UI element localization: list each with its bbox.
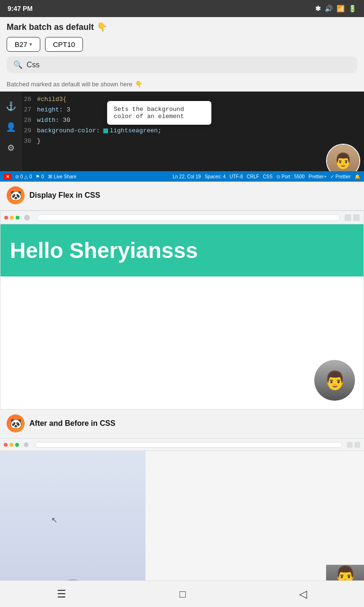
browser-back-btn bbox=[24, 215, 30, 221]
statusbar-right: Ln 22, Col 19 Spaces: 4 UTF-8 CRLF CSS ⊙… bbox=[173, 174, 360, 179]
line-ending: CRLF bbox=[247, 174, 259, 179]
cursor-icon: ↖ bbox=[51, 515, 57, 524]
browser-url-bar bbox=[36, 214, 340, 221]
video-title-2: After and Before in CSS bbox=[29, 419, 115, 428]
video-title-1: Display Flex in CSS bbox=[29, 191, 100, 200]
cursor-pos: Ln 22, Col 19 bbox=[173, 174, 201, 179]
code-line-29: 29 background-color: lightseagreen; bbox=[22, 126, 364, 136]
home-icon: □ bbox=[180, 588, 186, 600]
pointing-emoji: 👇 bbox=[97, 22, 107, 32]
video-thumbnail-2[interactable]: Hello Sheryiansss 👨 bbox=[0, 211, 364, 410]
code-line-30: 30 } bbox=[22, 136, 364, 147]
subtitle-emoji: 👇 bbox=[135, 81, 143, 88]
page-title: Mark batch as default 👇 bbox=[7, 22, 357, 32]
editor-sidebar: ⚓ 👤 ⚙ bbox=[0, 92, 22, 182]
browser-btn-3a bbox=[347, 442, 353, 448]
search-icon: 🔍 bbox=[13, 60, 23, 69]
header: Mark batch as default 👇 B27 ▾ CPT10 🔍 bbox=[0, 17, 364, 79]
browser-teal-header: Hello Sheryiansss bbox=[0, 224, 364, 276]
anchor-icon: ⚓ bbox=[6, 101, 16, 111]
browser-hero-text: Hello Sheryiansss bbox=[10, 238, 354, 263]
minimize-dot-3 bbox=[9, 443, 13, 447]
minimize-dot bbox=[10, 216, 14, 220]
browser-action-btns-3 bbox=[347, 442, 360, 448]
prettier-plus: Prettier+ bbox=[309, 174, 327, 179]
nav-back-button[interactable]: ◁ bbox=[288, 584, 318, 604]
nav-menu-button[interactable]: ☰ bbox=[46, 584, 78, 604]
avatar-overlay-2: 👨 bbox=[313, 359, 356, 402]
browser-toolbar-2 bbox=[0, 211, 364, 224]
statusbar-left: ✕ ⊘ 0 △ 0 ⚑ 0 ⌘ Live Share bbox=[4, 174, 76, 180]
gear-icon: ⚙ bbox=[7, 143, 15, 153]
video-card-2: Hello Sheryiansss 👨 🐼 After and Before i… bbox=[0, 211, 364, 438]
presenter-avatar-2: 👨 bbox=[314, 360, 355, 401]
port: ⊙ Port : 5500 bbox=[276, 174, 305, 179]
error-count: ⊘ 0 △ 0 bbox=[15, 174, 32, 179]
tooltip-text: Sets the background color of an element bbox=[114, 106, 184, 120]
language-mode: CSS bbox=[263, 174, 273, 179]
bluetooth-icon: ✱ bbox=[315, 5, 321, 12]
prettier: ✓ Prettier bbox=[330, 174, 351, 179]
editor-statusbar: ✕ ⊘ 0 △ 0 ⚑ 0 ⌘ Live Share Ln 22, Col 19… bbox=[0, 171, 364, 182]
browser-back-btn-3 bbox=[24, 442, 28, 447]
video-card-1: ⚓ 👤 ⚙ 26 #child3{ 27 height: 3 28 width:… bbox=[0, 92, 364, 210]
subtitle-text: Batched marked as default will be shown … bbox=[7, 81, 132, 88]
browser-controls bbox=[4, 216, 19, 220]
volume-icon: 🔊 bbox=[325, 5, 333, 12]
spaces: Spaces: 4 bbox=[205, 174, 226, 179]
search-bar: 🔍 bbox=[7, 56, 357, 73]
battery-icon: 🔋 bbox=[348, 5, 356, 12]
video-thumbnail-1[interactable]: ⚓ 👤 ⚙ 26 #child3{ 27 height: 3 28 width:… bbox=[0, 92, 364, 182]
browser-preview-2: Hello Sheryiansss 👨 bbox=[0, 211, 364, 410]
x-badge: ✕ bbox=[4, 174, 11, 180]
person-icon: 👤 bbox=[6, 122, 16, 132]
bottom-nav: ☰ □ ◁ bbox=[0, 580, 364, 607]
warning-count: ⚑ 0 bbox=[36, 174, 44, 179]
page-title-text: Mark batch as default bbox=[7, 22, 94, 32]
batch-tab-b27[interactable]: B27 ▾ bbox=[7, 37, 40, 52]
channel-emoji-1: 🐼 bbox=[10, 190, 22, 201]
browser-btn-1 bbox=[345, 214, 351, 221]
status-icons: ✱ 🔊 📶 🔋 bbox=[315, 5, 356, 12]
browser-action-btns bbox=[345, 214, 360, 221]
batch-tab-b27-label: B27 bbox=[15, 40, 27, 48]
browser-controls-3 bbox=[4, 443, 19, 447]
nav-home-button[interactable]: □ bbox=[168, 584, 197, 604]
video-label-row-1: 🐼 Display Flex in CSS bbox=[0, 182, 364, 210]
tooltip-popup: Sets the background color of an element bbox=[107, 101, 211, 125]
chevron-down-icon: ▾ bbox=[29, 41, 32, 47]
video-label-row-2: 🐼 After and Before in CSS bbox=[0, 410, 364, 438]
maximize-dot-3 bbox=[15, 443, 19, 447]
subtitle: Batched marked as default will be shown … bbox=[0, 79, 364, 92]
close-dot bbox=[4, 216, 8, 220]
bell-icon: 🔔 bbox=[355, 174, 360, 179]
back-icon: ◁ bbox=[299, 588, 307, 600]
menu-icon: ☰ bbox=[57, 588, 66, 600]
code-editor-preview: ⚓ 👤 ⚙ 26 #child3{ 27 height: 3 28 width:… bbox=[0, 92, 364, 182]
browser-btn-2 bbox=[353, 214, 360, 221]
code-area: 26 #child3{ 27 height: 3 28 width: 30 29… bbox=[22, 92, 364, 182]
batch-tab-cpt10[interactable]: CPT10 bbox=[45, 37, 83, 52]
browser-toolbar-3 bbox=[0, 439, 364, 451]
search-input[interactable] bbox=[27, 61, 351, 69]
encoding: UTF-8 bbox=[229, 174, 243, 179]
close-dot-3 bbox=[4, 443, 8, 447]
channel-avatar-2: 🐼 bbox=[7, 414, 25, 432]
live-share: ⌘ Live Share bbox=[48, 174, 77, 179]
batch-tab-cpt10-label: CPT10 bbox=[53, 40, 75, 48]
maximize-dot bbox=[16, 216, 19, 220]
status-bar: 9:47 PM ✱ 🔊 📶 🔋 bbox=[0, 0, 364, 17]
channel-avatar-1: 🐼 bbox=[7, 186, 25, 204]
browser-url-bar-3 bbox=[35, 442, 342, 448]
channel-emoji-2: 🐼 bbox=[10, 418, 22, 429]
batch-tabs: B27 ▾ CPT10 bbox=[7, 37, 357, 52]
browser-btn-3b bbox=[355, 442, 360, 448]
wifi-icon: 📶 bbox=[337, 5, 345, 12]
status-time: 9:47 PM bbox=[8, 5, 33, 12]
browser-white-area: 👨 bbox=[0, 276, 364, 409]
